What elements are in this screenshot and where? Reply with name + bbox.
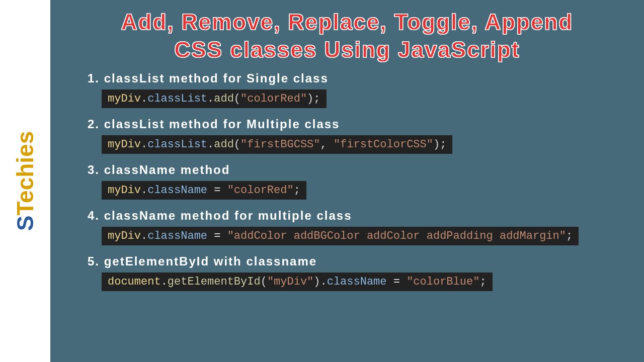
code-token: classList <box>147 93 207 105</box>
logo-part-2: Tech <box>12 163 38 216</box>
title-line-2: CSS classes Using JavaScript <box>62 36 632 63</box>
code-token: "colorBlue" <box>407 276 479 288</box>
code-token: . <box>141 230 147 242</box>
items-list: 1. classList method for Single classmyDi… <box>62 71 632 291</box>
code-token: myDiv <box>108 184 141 197</box>
list-item: 4. className method for multiple classmy… <box>88 209 632 245</box>
item-title: 2. classList method for Multiple class <box>88 117 632 131</box>
code-token: ; <box>479 276 486 288</box>
code-token: = <box>387 276 407 288</box>
code-token: . <box>141 93 147 105</box>
code-token: "myDiv" <box>267 276 313 288</box>
list-item: 5. getElementById with classnamedocument… <box>88 254 632 291</box>
code-token: ) <box>313 276 320 288</box>
code-token: ( <box>234 93 240 105</box>
code-token: className <box>327 276 387 288</box>
logo: STechies <box>12 131 39 231</box>
code-token: ; <box>294 184 300 197</box>
code-token: = <box>207 184 227 197</box>
code-token: classList <box>147 138 207 151</box>
code-token: . <box>207 138 214 151</box>
code-block: myDiv.classList.add("colorRed"); <box>102 89 327 108</box>
code-token: ; <box>566 230 573 242</box>
title-line-1: Add, Remove, Replace, Toggle, Append <box>62 8 632 36</box>
code-token: myDiv <box>108 230 141 242</box>
code-token: className <box>147 184 207 197</box>
code-token: , <box>320 138 334 151</box>
code-token: "colorRed" <box>227 184 294 197</box>
code-token: document <box>108 276 161 288</box>
code-block: myDiv.className = "colorRed"; <box>102 181 306 200</box>
code-token: ); <box>433 138 446 151</box>
code-token: . <box>207 93 214 105</box>
code-token: className <box>147 230 207 242</box>
code-token: . <box>141 138 147 151</box>
item-title: 5. getElementById with classname <box>88 254 632 268</box>
code-token: . <box>141 184 147 197</box>
main-content: Add, Remove, Replace, Toggle, Append CSS… <box>50 0 644 362</box>
code-token: getElementById <box>168 276 261 288</box>
code-token: ( <box>234 138 240 151</box>
list-item: 2. classList method for Multiple classmy… <box>88 117 632 154</box>
code-token: ( <box>261 276 267 288</box>
logo-part-3: ies <box>12 131 38 163</box>
item-title: 3. className method <box>88 163 632 177</box>
code-token: . <box>161 276 168 288</box>
sidebar: STechies <box>0 0 50 362</box>
code-token: "firstColorCSS" <box>334 138 433 151</box>
item-title: 1. classList method for Single class <box>88 71 632 85</box>
list-item: 3. className methodmyDiv.className = "co… <box>88 163 632 200</box>
item-title: 4. className method for multiple class <box>88 209 632 223</box>
code-token: add <box>214 138 234 151</box>
code-token: ); <box>307 93 320 105</box>
list-item: 1. classList method for Single classmyDi… <box>88 71 632 108</box>
code-block: myDiv.classList.add("firstBGCSS", "first… <box>102 135 452 154</box>
code-token: add <box>214 93 234 105</box>
code-token: = <box>207 230 227 242</box>
code-block: myDiv.className = "addColor addBGColor a… <box>102 227 579 245</box>
code-token: myDiv <box>108 138 141 151</box>
code-token: "colorRed" <box>240 93 307 105</box>
code-token: "firstBGCSS" <box>240 138 320 151</box>
logo-part-1: S <box>12 216 38 231</box>
code-block: document.getElementById("myDiv").classNa… <box>102 273 493 291</box>
code-token: "addColor addBGColor addColor addPadding… <box>227 230 566 242</box>
code-token: . <box>320 276 327 288</box>
page-title: Add, Remove, Replace, Toggle, Append CSS… <box>62 8 632 63</box>
code-token: myDiv <box>108 93 141 105</box>
